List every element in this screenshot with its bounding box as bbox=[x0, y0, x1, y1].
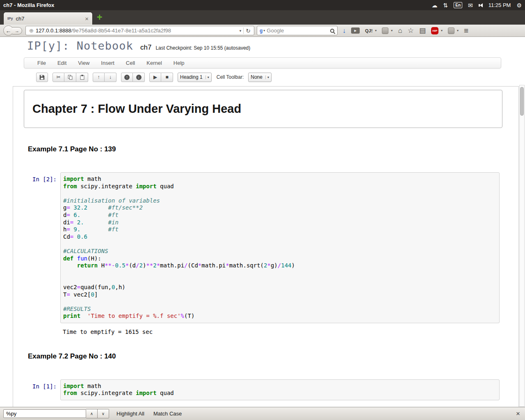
code-line: #initialisation of variables bbox=[63, 197, 497, 205]
code-input-area[interactable]: import mathfrom scipy.integrate import q… bbox=[60, 172, 500, 323]
url-dropdown-icon[interactable]: ▾ bbox=[237, 29, 244, 33]
notebook-header: IP[y]: Notebook ch7 Last Checkpoint: Sep… bbox=[0, 37, 525, 86]
volume-icon[interactable] bbox=[479, 3, 483, 7]
tab-bar: IPy ch7 × + bbox=[0, 10, 525, 25]
url-host: 127.0.0.1:8888 bbox=[36, 27, 71, 34]
notebook-toolbar: ✂ ↑ ↓ ↑ ↓ ▶ ■ bbox=[36, 72, 272, 82]
extension-dropdown-icon[interactable]: ▾ bbox=[391, 29, 393, 32]
find-bar: ∧ ∨ Highlight All Match Case × bbox=[0, 407, 525, 420]
arrow-down-icon: ↓ bbox=[109, 74, 112, 80]
session-gear-icon[interactable]: ⚙ bbox=[516, 2, 522, 9]
reload-icon[interactable]: ↻ bbox=[244, 27, 253, 34]
notebook-title[interactable]: ch7 bbox=[140, 43, 151, 52]
find-close-icon[interactable]: × bbox=[516, 410, 520, 417]
copy-cell-button[interactable] bbox=[64, 73, 76, 82]
quickjava-dropdown-icon[interactable]: ▾ bbox=[375, 29, 377, 32]
network-sync-icon[interactable]: ⇅ bbox=[443, 2, 448, 9]
insert-cell-below-button[interactable]: ↓ bbox=[133, 73, 145, 82]
cell-toolbar-select[interactable]: None ▾ bbox=[248, 73, 272, 82]
chevron-up-icon: ∧ bbox=[90, 411, 93, 416]
search-bar[interactable]: g ▾ bbox=[257, 26, 338, 35]
code-line bbox=[63, 190, 497, 197]
menu-view[interactable]: View bbox=[72, 60, 95, 66]
floppy-icon bbox=[39, 75, 45, 80]
cell-type-select[interactable]: Heading 1 ▾ bbox=[178, 73, 212, 82]
save-button[interactable] bbox=[36, 73, 48, 82]
browser-action-icons: ↓ ▶ QJ! ▾ ▾ ⌂ ☆ ▤ ABP ▾ ▾ ≡ bbox=[342, 27, 468, 34]
url-bar[interactable]: ⊕ 127.0.0.1:8888 /9e756a8d-8b54-41e7-8e1… bbox=[25, 26, 254, 35]
mail-icon[interactable]: ✉ bbox=[468, 2, 473, 9]
code-input-area[interactable]: import mathfrom scipy.integrate import q… bbox=[60, 379, 500, 400]
menu-help[interactable]: Help bbox=[168, 60, 190, 66]
desktop-top-panel: ch7 - Mozilla Firefox ☁ ⇅ En ✉ 11:25 PM … bbox=[0, 0, 525, 10]
circle-arrow-up-icon: ↑ bbox=[124, 75, 130, 80]
adblock-plus-icon[interactable]: ABP bbox=[431, 27, 438, 34]
search-engine-dropdown-icon[interactable]: ▾ bbox=[263, 29, 265, 32]
ipython-logo[interactable]: IP[y]: Notebook bbox=[27, 39, 133, 52]
input-prompt: In [2]: bbox=[13, 172, 60, 323]
move-cell-down-button[interactable]: ↓ bbox=[105, 73, 116, 82]
code-line: Cd= 0.6 bbox=[63, 233, 497, 241]
code-line bbox=[63, 269, 497, 277]
code-line: def fun(H): bbox=[63, 255, 497, 262]
quickjava-icon[interactable]: QJ! bbox=[365, 28, 372, 33]
circle-arrow-down-icon: ↓ bbox=[136, 75, 142, 80]
forward-button[interactable]: → bbox=[12, 27, 22, 34]
interrupt-kernel-button[interactable]: ■ bbox=[161, 73, 173, 82]
find-input[interactable] bbox=[3, 409, 86, 418]
scissors-icon: ✂ bbox=[56, 74, 60, 80]
home-icon[interactable]: ⌂ bbox=[398, 27, 402, 34]
find-previous-button[interactable]: ∧ bbox=[86, 409, 98, 418]
match-case-checkbox[interactable]: Match Case bbox=[153, 411, 182, 417]
highlight-all-button[interactable]: Highlight All bbox=[116, 411, 144, 417]
subheading-cell[interactable]: Example 7.2 Page No : 140 bbox=[28, 352, 518, 361]
bookmarks-menu-icon[interactable]: ▤ bbox=[419, 27, 426, 34]
site-identity-icon[interactable]: ⊕ bbox=[29, 27, 34, 34]
menu-kernel[interactable]: Kernel bbox=[141, 60, 168, 66]
bookmark-star-icon[interactable]: ☆ bbox=[408, 27, 414, 34]
menu-edit[interactable]: Edit bbox=[52, 60, 72, 66]
new-tab-button[interactable]: + bbox=[97, 12, 102, 23]
extension2-icon[interactable] bbox=[448, 27, 454, 34]
paste-cell-button[interactable] bbox=[76, 73, 88, 82]
system-indicators: ☁ ⇅ En ✉ 11:25 PM ⚙ bbox=[432, 2, 522, 9]
cell-toolbar-label: Cell Toolbar: bbox=[217, 74, 244, 80]
keyboard-layout-indicator[interactable]: En bbox=[454, 2, 462, 8]
search-input[interactable] bbox=[267, 27, 329, 34]
heading-cell-text: Chapter 7 : Flow Under Varying Head bbox=[28, 102, 498, 116]
run-cell-button[interactable]: ▶ bbox=[149, 73, 161, 82]
code-line bbox=[63, 298, 497, 306]
menu-file[interactable]: File bbox=[32, 60, 52, 66]
vertical-scrollbar[interactable] bbox=[519, 85, 525, 407]
code-line bbox=[63, 276, 497, 284]
insert-cell-above-button[interactable]: ↑ bbox=[121, 73, 133, 82]
tab-close-icon[interactable]: × bbox=[85, 16, 89, 22]
downloads-icon[interactable]: ↓ bbox=[342, 27, 346, 34]
google-engine-icon[interactable]: g bbox=[260, 28, 262, 34]
checkpoint-status: Last Checkpoint: Sep 10 15:55 (autosaved… bbox=[155, 45, 250, 51]
browser-toolbar: ← → ⊕ 127.0.0.1:8888 /9e756a8d-8b54-41e7… bbox=[0, 25, 525, 37]
menu-insert[interactable]: Insert bbox=[95, 60, 120, 66]
find-next-button[interactable]: ∨ bbox=[98, 409, 109, 418]
notebook-document: Chapter 7 : Flow Under Varying HeadExamp… bbox=[13, 86, 519, 420]
selected-heading-cell[interactable]: Chapter 7 : Flow Under Varying Head bbox=[24, 90, 502, 128]
clock[interactable]: 11:25 PM bbox=[488, 2, 511, 8]
extension2-dropdown-icon[interactable]: ▾ bbox=[457, 29, 459, 32]
code-line: print 'Time to emptify = %.f sec'%(T) bbox=[63, 313, 497, 320]
move-cell-up-button[interactable]: ↑ bbox=[93, 73, 105, 82]
hamburger-menu-icon[interactable]: ≡ bbox=[464, 27, 468, 34]
extension-icon[interactable] bbox=[382, 27, 388, 34]
url-path: /9e756a8d-8b54-41e7-8e11-a5a1c2fa2f98 bbox=[71, 27, 171, 34]
youtube-icon[interactable]: ▶ bbox=[351, 27, 360, 34]
cloud-sync-icon[interactable]: ☁ bbox=[432, 2, 438, 9]
subheading-cell[interactable]: Example 7.1 Page No : 139 bbox=[28, 145, 518, 153]
scrollbar-thumb[interactable] bbox=[520, 87, 524, 116]
code-line: d= 6. #ft bbox=[63, 212, 497, 219]
cut-cell-button[interactable]: ✂ bbox=[52, 73, 64, 82]
tab-ch7[interactable]: IPy ch7 × bbox=[3, 12, 93, 25]
copy-icon bbox=[68, 75, 73, 80]
cell-type-value: Heading 1 bbox=[180, 74, 203, 80]
search-icon[interactable] bbox=[330, 29, 334, 33]
adblock-dropdown-icon[interactable]: ▾ bbox=[441, 29, 443, 32]
menu-cell[interactable]: Cell bbox=[120, 60, 141, 66]
